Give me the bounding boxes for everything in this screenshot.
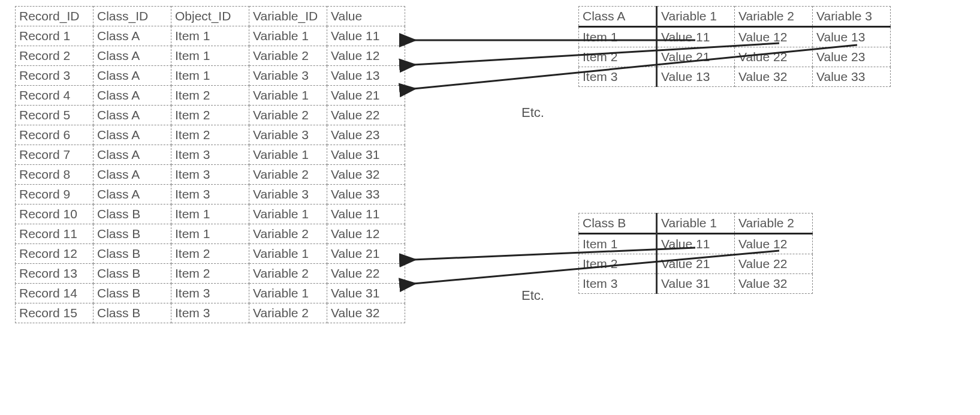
table-row: Record 11Class BItem 1Variable 2Value 12 bbox=[16, 224, 405, 244]
table-row: Record 6Class AItem 2Variable 3Value 23 bbox=[16, 125, 405, 145]
long-format-table: Record_ID Class_ID Object_ID Variable_ID… bbox=[15, 6, 405, 323]
table-row: Record 13Class BItem 2Variable 2Value 22 bbox=[16, 264, 405, 284]
diagram-canvas: Record_ID Class_ID Object_ID Variable_ID… bbox=[0, 0, 980, 415]
col-value: Value bbox=[327, 7, 405, 26]
etc-label-a: Etc. bbox=[521, 105, 544, 121]
header-var1: Variable 1 bbox=[657, 213, 735, 234]
header-var3: Variable 3 bbox=[813, 7, 891, 27]
table-row: Record 10Class BItem 1Variable 1Value 11 bbox=[16, 205, 405, 224]
table-header-row: Class A Variable 1 Variable 2 Variable 3 bbox=[579, 7, 891, 27]
table-row: Record 7Class AItem 3Variable 1Value 31 bbox=[16, 145, 405, 165]
table-row: Record 2Class AItem 1Variable 2Value 12 bbox=[16, 46, 405, 66]
col-class-id: Class_ID bbox=[94, 7, 171, 26]
col-object-id: Object_ID bbox=[171, 7, 249, 26]
table-row: Item 2Value 21Value 22Value 23 bbox=[579, 47, 891, 67]
table-row: Record 5Class AItem 2Variable 2Value 22 bbox=[16, 106, 405, 125]
col-record-id: Record_ID bbox=[16, 7, 94, 26]
table-header-row: Class B Variable 1 Variable 2 bbox=[579, 213, 813, 234]
table-row: Record 12Class BItem 2Variable 1Value 21 bbox=[16, 244, 405, 264]
table-row: Record 8Class AItem 3Variable 2Value 32 bbox=[16, 165, 405, 185]
table-row: Item 1Value 11Value 12 bbox=[579, 234, 813, 254]
wide-table-class-a: Class A Variable 1 Variable 2 Variable 3… bbox=[578, 6, 891, 87]
table-row: Item 3Value 13Value 32Value 33 bbox=[579, 67, 891, 87]
table-row: Record 9Class AItem 3Variable 3Value 33 bbox=[16, 185, 405, 205]
table-row: Record 1Class AItem 1Variable 1Value 11 bbox=[16, 26, 405, 46]
table-row: Record 14Class BItem 3Variable 1Value 31 bbox=[16, 284, 405, 303]
header-class-a: Class A bbox=[579, 7, 657, 27]
wide-table-class-b: Class B Variable 1 Variable 2 Item 1Valu… bbox=[578, 213, 813, 294]
table-row: Record 15Class BItem 3Variable 2Value 32 bbox=[16, 303, 405, 323]
table-row: Record 4Class AItem 2Variable 1Value 21 bbox=[16, 86, 405, 106]
header-var2: Variable 2 bbox=[735, 7, 813, 27]
table-row: Item 2Value 21Value 22 bbox=[579, 254, 813, 274]
table-header-row: Record_ID Class_ID Object_ID Variable_ID… bbox=[16, 7, 405, 26]
header-class-b: Class B bbox=[579, 213, 657, 234]
header-var2: Variable 2 bbox=[735, 213, 813, 234]
table-row: Item 1Value 11Value 12Value 13 bbox=[579, 27, 891, 47]
header-var1: Variable 1 bbox=[657, 7, 735, 27]
table-row: Record 3Class AItem 1Variable 3Value 13 bbox=[16, 66, 405, 86]
etc-label-b: Etc. bbox=[521, 288, 544, 303]
table-row: Item 3Value 31Value 32 bbox=[579, 274, 813, 294]
col-variable-id: Variable_ID bbox=[249, 7, 327, 26]
